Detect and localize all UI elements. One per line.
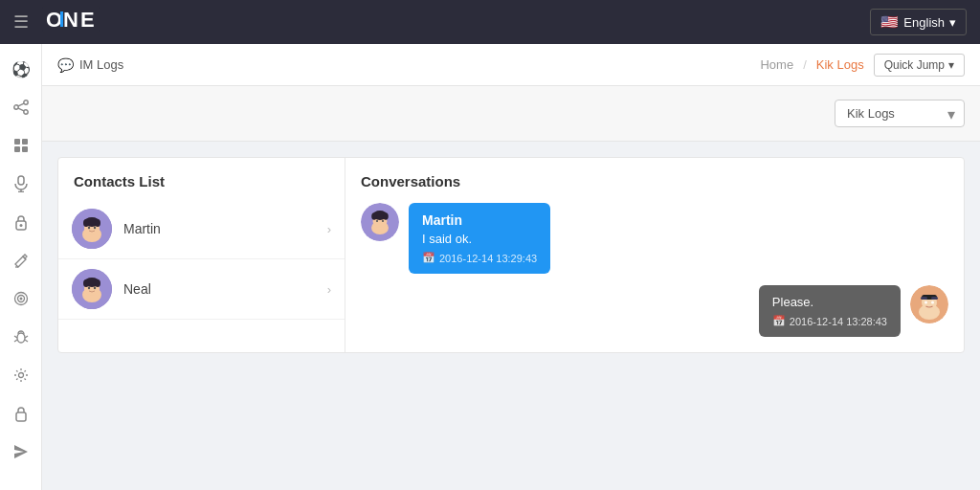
content-area: 💬 IM Logs Home / Kik Logs Quick Jump ▾ K… (42, 44, 980, 490)
sidebar-icon-settings[interactable] (4, 358, 38, 392)
svg-point-42 (83, 279, 89, 287)
contact-avatar-neal (72, 269, 112, 309)
bubble-avatar-me (910, 285, 948, 323)
svg-point-61 (931, 301, 934, 304)
bubble-content-me: Please. 📅 2016-12-14 13:28:43 (759, 285, 901, 337)
flag-icon: 🇺🇸 (880, 13, 899, 31)
contact-avatar-martin (72, 209, 112, 249)
svg-point-18 (19, 224, 22, 227)
bubble-martin: Martin I said ok. 📅 2016-12-14 13:29:43 (361, 203, 948, 274)
contact-name-martin: Martin (123, 221, 161, 236)
chat-area: Martin I said ok. 📅 2016-12-14 13:29:43 (361, 203, 948, 337)
svg-point-44 (88, 287, 90, 289)
svg-point-34 (83, 219, 89, 227)
sidebar: ⚽ (0, 44, 42, 490)
svg-point-51 (383, 212, 389, 220)
log-type-dropdown[interactable]: Kik Logs WhatsApp Logs Facebook Logs (835, 100, 965, 127)
svg-point-23 (17, 333, 25, 343)
sidebar-icon-share[interactable] (4, 90, 38, 124)
quick-jump-button[interactable]: Quick Jump ▾ (874, 54, 965, 77)
svg-point-50 (371, 212, 377, 220)
bubble-sender-name: Martin (422, 212, 537, 228)
svg-text:E: E (80, 8, 94, 32)
svg-line-27 (25, 340, 28, 342)
svg-point-37 (94, 227, 96, 229)
sidebar-icon-soccer[interactable]: ⚽ (4, 52, 38, 86)
svg-point-52 (376, 220, 378, 222)
contact-left-martin: Martin (72, 209, 161, 249)
svg-rect-13 (22, 146, 28, 152)
bubble-text-me: Please. (772, 295, 887, 309)
svg-rect-11 (22, 139, 28, 145)
svg-line-9 (18, 108, 24, 111)
svg-point-35 (95, 219, 100, 227)
breadcrumb-left: 💬 IM Logs (57, 57, 123, 73)
bubble-timestamp-me: 2016-12-14 13:28:43 (790, 316, 887, 327)
svg-rect-58 (921, 297, 927, 300)
bubble-time-martin: 📅 2016-12-14 13:29:43 (422, 252, 537, 264)
svg-point-5 (23, 100, 27, 104)
navbar-left: ☰ O N E (13, 6, 100, 38)
im-logs-icon: 💬 (57, 57, 74, 73)
main-layout: ⚽ (0, 44, 980, 490)
svg-point-53 (382, 220, 384, 222)
contacts-title: Contacts List (58, 158, 345, 199)
logo: O N E (42, 6, 100, 38)
bubble-content-martin: Martin I said ok. 📅 2016-12-14 13:29:43 (409, 203, 550, 274)
hamburger-button[interactable]: ☰ (13, 11, 29, 33)
sidebar-icon-mic[interactable] (4, 167, 38, 201)
language-button[interactable]: 🇺🇸 English ▾ (870, 9, 967, 35)
svg-point-6 (13, 105, 17, 109)
sidebar-icon-grid[interactable] (4, 128, 38, 163)
bubble-timestamp-martin: 2016-12-14 13:29:43 (439, 253, 537, 264)
svg-point-36 (88, 227, 90, 229)
quick-jump-label: Quick Jump (884, 58, 945, 72)
svg-rect-29 (16, 412, 26, 421)
contact-name-neal: Neal (123, 281, 151, 297)
lang-label: English (903, 15, 945, 30)
main-panel: Contacts List (57, 157, 965, 353)
svg-rect-4 (60, 11, 63, 27)
breadcrumb-right: Home / Kik Logs Quick Jump ▾ (760, 54, 965, 77)
breadcrumb-separator: / (803, 57, 807, 72)
bubble-avatar-martin (361, 203, 399, 241)
bubble-text-martin: I said ok. (422, 232, 537, 246)
sidebar-icon-target[interactable] (4, 281, 38, 316)
svg-rect-12 (14, 146, 20, 152)
bubble-time-me: 📅 2016-12-14 13:28:43 (772, 315, 887, 327)
breadcrumb-bar: 💬 IM Logs Home / Kik Logs Quick Jump ▾ (42, 44, 980, 86)
sidebar-icon-send[interactable] (4, 434, 38, 469)
sidebar-icon-bug[interactable] (4, 320, 38, 354)
conversations-panel: Conversations (345, 158, 964, 352)
svg-line-24 (14, 336, 17, 338)
sidebar-icon-lock[interactable] (4, 205, 38, 239)
sidebar-icon-edit[interactable] (4, 243, 38, 278)
calendar-icon: 📅 (422, 252, 435, 264)
conversations-title: Conversations (361, 173, 948, 189)
contacts-panel: Contacts List (58, 158, 345, 352)
svg-point-43 (95, 279, 100, 287)
main-content: Contacts List (42, 142, 980, 490)
svg-line-8 (18, 103, 24, 106)
lang-arrow-icon: ▾ (949, 15, 956, 30)
sidebar-icon-lock2[interactable] (4, 396, 38, 431)
svg-point-22 (19, 298, 22, 301)
svg-point-45 (94, 287, 96, 289)
contact-arrow-neal: › (327, 282, 331, 297)
contact-item-martin[interactable]: Martin › (58, 199, 345, 259)
contact-arrow-martin: › (327, 222, 331, 236)
kik-dropdown-wrapper: Kik Logs WhatsApp Logs Facebook Logs (835, 100, 965, 127)
svg-line-26 (14, 340, 17, 342)
contact-item-neal[interactable]: Neal › (58, 259, 345, 320)
svg-rect-14 (18, 176, 24, 185)
svg-point-28 (18, 373, 23, 378)
breadcrumb-page-label: IM Logs (79, 57, 123, 72)
bubble-me: Please. 📅 2016-12-14 13:28:43 (361, 285, 948, 337)
svg-rect-10 (14, 139, 20, 145)
filter-bar: Kik Logs WhatsApp Logs Facebook Logs (42, 86, 980, 142)
svg-text:O: O (46, 8, 62, 32)
breadcrumb-home[interactable]: Home (760, 57, 793, 72)
svg-point-7 (23, 110, 27, 114)
breadcrumb-current: Kik Logs (816, 57, 864, 72)
quick-jump-arrow-icon: ▾ (948, 58, 954, 72)
